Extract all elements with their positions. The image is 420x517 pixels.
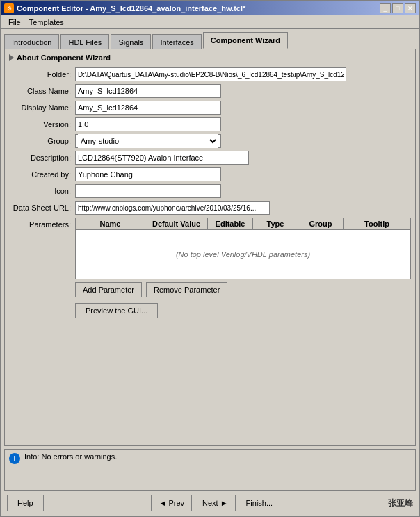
classname-label: Class Name: — [9, 87, 75, 95]
col-header-group: Group — [298, 218, 344, 229]
params-header: Name Default Value Editable Type Group T… — [76, 218, 410, 230]
tab-interfaces[interactable]: Interfaces — [152, 34, 201, 49]
title-bar: ⚙ Component Editor - Amy_S_lcd12864_aval… — [1, 1, 419, 15]
close-button[interactable]: ✕ — [405, 3, 416, 13]
col-header-type: Type — [253, 218, 298, 229]
main-window: ⚙ Component Editor - Amy_S_lcd12864_aval… — [0, 0, 420, 517]
folder-label: Folder: — [9, 70, 75, 79]
remove-parameter-button[interactable]: Remove Parameter — [146, 282, 227, 297]
menu-bar: File Templates — [1, 15, 419, 29]
menu-file[interactable]: File — [4, 17, 25, 28]
col-header-default: Default Value — [145, 218, 208, 229]
parameters-table: Name Default Value Editable Type Group T… — [75, 218, 411, 279]
params-body: (No top level Verilog/VHDL parameters) — [76, 230, 410, 279]
displayname-input[interactable] — [75, 101, 221, 115]
col-header-name: Name — [76, 218, 145, 229]
datasheet-row: Data Sheet URL: — [9, 201, 411, 215]
preview-gui-button[interactable]: Preview the GUI... — [75, 303, 158, 318]
classname-input[interactable] — [75, 84, 221, 98]
add-parameter-button[interactable]: Add Parameter — [75, 282, 142, 297]
datasheet-label: Data Sheet URL: — [9, 204, 75, 212]
classname-row: Class Name: — [9, 84, 411, 98]
maximize-button[interactable]: □ — [392, 3, 403, 13]
description-row: Description: — [9, 151, 411, 165]
parameters-container: Name Default Value Editable Type Group T… — [75, 218, 411, 297]
folder-input[interactable] — [75, 67, 346, 81]
tab-bar: Introduction HDL Files Signals Interface… — [1, 29, 419, 49]
version-row: Version: — [9, 117, 411, 131]
tab-hdl-files[interactable]: HDL Files — [60, 34, 109, 49]
datasheet-input[interactable] — [75, 201, 270, 215]
description-label: Description: — [9, 154, 75, 162]
info-icon: i — [9, 453, 20, 464]
createdby-input[interactable] — [75, 167, 221, 181]
version-label: Version: — [9, 120, 75, 129]
group-select[interactable]: Amy-studio Basic Functions Other — [78, 134, 218, 148]
app-icon: ⚙ — [4, 3, 14, 13]
icon-input[interactable] — [75, 184, 221, 198]
col-header-editable: Editable — [208, 218, 253, 229]
parameters-row: Parameters: Name Default Value Editable … — [9, 218, 411, 297]
description-input[interactable] — [75, 151, 249, 165]
createdby-label: Created by: — [9, 170, 75, 179]
preview-row: Preview the GUI... — [9, 303, 411, 318]
expand-icon[interactable] — [9, 54, 14, 61]
section-header: About Component Wizard — [9, 54, 411, 62]
displayname-row: Display Name: — [9, 101, 411, 115]
bottom-bar: Help ◄ Prev Next ► Finish... 张亚峰 — [1, 491, 419, 516]
tab-introduction[interactable]: Introduction — [4, 34, 59, 49]
minimize-button[interactable]: _ — [380, 3, 391, 13]
help-button[interactable]: Help — [7, 495, 44, 511]
title-buttons: _ □ ✕ — [380, 3, 416, 13]
main-content: About Component Wizard Folder: Class Nam… — [4, 49, 416, 446]
bottom-left: Help — [7, 495, 44, 511]
next-button[interactable]: Next ► — [195, 495, 236, 511]
col-header-tooltip: Tooltip — [344, 218, 410, 229]
status-message: Info: No errors or warnings. — [24, 452, 117, 461]
version-input[interactable] — [75, 117, 221, 131]
bottom-center: ◄ Prev Next ► Finish... — [151, 495, 280, 511]
tab-component-wizard[interactable]: Component Wizard — [203, 32, 288, 49]
displayname-label: Display Name: — [9, 104, 75, 112]
group-row: Group: Amy-studio Basic Functions Other — [9, 134, 411, 148]
window-title: Component Editor - Amy_S_lcd12864_avalon… — [17, 4, 245, 13]
form-area: Folder: Class Name: Display Name: Versio… — [9, 67, 411, 441]
section-title: About Component Wizard — [17, 54, 111, 62]
parameters-label: Parameters: — [9, 218, 75, 229]
status-bar: i Info: No errors or warnings. — [4, 449, 416, 491]
icon-label: Icon: — [9, 187, 75, 195]
finish-button[interactable]: Finish... — [239, 495, 281, 511]
signature: 张亚峰 — [388, 498, 413, 509]
folder-row: Folder: — [9, 67, 411, 81]
group-label: Group: — [9, 137, 75, 145]
icon-row: Icon: — [9, 184, 411, 198]
group-select-container: Amy-studio Basic Functions Other — [75, 134, 221, 148]
params-btn-row: Add Parameter Remove Parameter — [75, 282, 411, 297]
tab-signals[interactable]: Signals — [111, 34, 151, 49]
prev-button[interactable]: ◄ Prev — [151, 495, 192, 511]
createdby-row: Created by: — [9, 167, 411, 181]
menu-templates[interactable]: Templates — [25, 17, 68, 28]
title-bar-left: ⚙ Component Editor - Amy_S_lcd12864_aval… — [4, 3, 245, 13]
params-empty-message: (No top level Verilog/VHDL parameters) — [176, 250, 310, 258]
